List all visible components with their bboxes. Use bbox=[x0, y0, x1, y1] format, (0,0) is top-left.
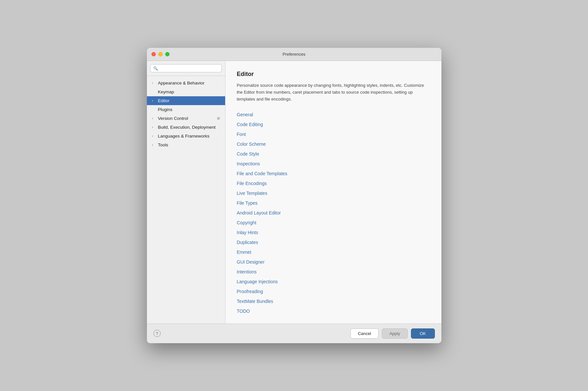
sidebar-item-editor[interactable]: › Editor bbox=[147, 96, 225, 105]
editor-link-file-types[interactable]: File Types bbox=[237, 200, 430, 206]
editor-links-list: GeneralCode EditingFontColor SchemeCode … bbox=[237, 112, 430, 314]
editor-link-code-style[interactable]: Code Style bbox=[237, 151, 430, 157]
editor-link-proofreading[interactable]: Proofreading bbox=[237, 289, 430, 294]
sidebar-item-appearance[interactable]: › Appearance & Behavior bbox=[147, 79, 225, 87]
editor-link-inspections[interactable]: Inspections bbox=[237, 161, 430, 166]
version-control-icon: ⊞ bbox=[217, 116, 220, 121]
close-button[interactable] bbox=[151, 52, 156, 56]
editor-link-todo[interactable]: TODO bbox=[237, 308, 430, 314]
editor-link-file-code-templates[interactable]: File and Code Templates bbox=[237, 171, 430, 176]
search-wrapper[interactable]: 🔍 bbox=[150, 64, 222, 72]
traffic-lights bbox=[151, 52, 169, 56]
main-content: 🔍 › Appearance & Behavior Keymap › bbox=[147, 61, 441, 323]
editor-link-language-injections[interactable]: Language Injections bbox=[237, 279, 430, 284]
search-container: 🔍 bbox=[147, 61, 225, 76]
bottom-right: Cancel Apply OK bbox=[350, 328, 435, 339]
editor-link-font[interactable]: Font bbox=[237, 132, 430, 137]
sidebar-item-label: Appearance & Behavior bbox=[158, 81, 205, 85]
content-description: Personalize source code appearance by ch… bbox=[237, 82, 430, 102]
editor-link-inlay-hints[interactable]: Inlay Hints bbox=[237, 230, 430, 235]
sidebar-item-languages-frameworks[interactable]: › Languages & Frameworks bbox=[147, 132, 225, 140]
chevron-right-icon: › bbox=[152, 117, 156, 120]
editor-link-general[interactable]: General bbox=[237, 112, 430, 117]
chevron-right-icon: › bbox=[152, 125, 156, 129]
help-button[interactable]: ? bbox=[153, 330, 161, 337]
minimize-button[interactable] bbox=[158, 52, 163, 56]
sidebar-item-plugins[interactable]: Plugins bbox=[147, 105, 225, 114]
sidebar-item-label: Plugins bbox=[158, 107, 172, 112]
search-input[interactable] bbox=[160, 66, 219, 71]
editor-link-color-scheme[interactable]: Color Scheme bbox=[237, 141, 430, 147]
maximize-button[interactable] bbox=[165, 52, 169, 56]
titlebar: Preferences bbox=[147, 48, 441, 61]
ok-button[interactable]: OK bbox=[411, 328, 435, 339]
editor-link-live-templates[interactable]: Live Templates bbox=[237, 191, 430, 196]
chevron-right-icon: › bbox=[152, 134, 156, 138]
sidebar-item-label: Version Control bbox=[158, 116, 188, 121]
content-area: Editor Personalize source code appearanc… bbox=[225, 61, 441, 323]
sidebar-item-keymap[interactable]: Keymap bbox=[147, 87, 225, 96]
sidebar: 🔍 › Appearance & Behavior Keymap › bbox=[147, 61, 225, 323]
bottom-left: ? bbox=[153, 330, 161, 337]
editor-link-file-encodings[interactable]: File Encodings bbox=[237, 181, 430, 186]
editor-link-textmate-bundles[interactable]: TextMate Bundles bbox=[237, 299, 430, 304]
editor-link-android-layout-editor[interactable]: Android Layout Editor bbox=[237, 210, 430, 215]
sidebar-item-label: Languages & Frameworks bbox=[158, 134, 210, 139]
editor-link-emmet[interactable]: Emmet bbox=[237, 250, 430, 255]
page-title: Editor bbox=[237, 71, 430, 78]
sidebar-nav: › Appearance & Behavior Keymap › Editor … bbox=[147, 76, 225, 323]
cancel-button[interactable]: Cancel bbox=[350, 328, 379, 339]
editor-link-code-editing[interactable]: Code Editing bbox=[237, 122, 430, 127]
chevron-right-icon: › bbox=[152, 81, 156, 85]
sidebar-item-label: Tools bbox=[158, 142, 169, 147]
search-icon: 🔍 bbox=[153, 66, 158, 71]
apply-button[interactable]: Apply bbox=[382, 328, 408, 339]
sidebar-item-label: Build, Execution, Deployment bbox=[158, 125, 216, 130]
sidebar-item-build-execution[interactable]: › Build, Execution, Deployment bbox=[147, 123, 225, 132]
editor-link-gui-designer[interactable]: GUI Designer bbox=[237, 259, 430, 265]
chevron-right-icon: › bbox=[152, 143, 156, 147]
window-title: Preferences bbox=[282, 52, 305, 57]
sidebar-item-tools[interactable]: › Tools bbox=[147, 140, 225, 149]
chevron-right-icon: › bbox=[152, 99, 156, 102]
editor-link-intentions[interactable]: Intentions bbox=[237, 269, 430, 274]
editor-link-copyright[interactable]: Copyright bbox=[237, 220, 430, 225]
bottom-bar: ? Cancel Apply OK bbox=[147, 324, 441, 343]
sidebar-item-version-control[interactable]: › Version Control ⊞ bbox=[147, 114, 225, 123]
editor-link-duplicates[interactable]: Duplicates bbox=[237, 240, 430, 245]
sidebar-item-label: Editor bbox=[158, 98, 169, 103]
preferences-window: Preferences 🔍 › Appearance & Behavior bbox=[147, 48, 441, 343]
sidebar-item-label: Keymap bbox=[158, 89, 174, 94]
